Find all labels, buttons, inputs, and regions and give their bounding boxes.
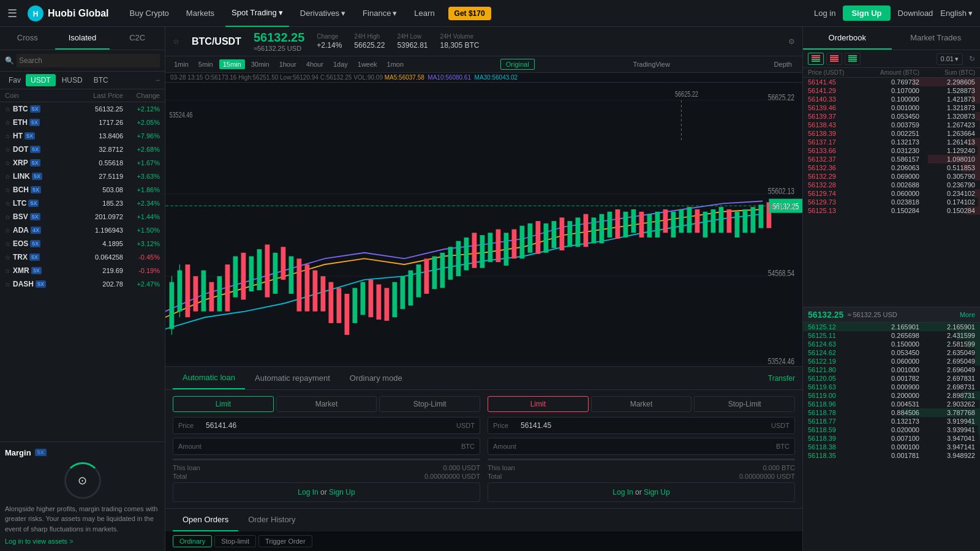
tab-cross[interactable]: Cross [0, 27, 55, 50]
time-1week[interactable]: 1week [354, 59, 381, 69]
currency-usdt[interactable]: USDT [26, 74, 56, 86]
time-1hour[interactable]: 1hour [276, 59, 300, 69]
buy-slider[interactable] [173, 459, 480, 460]
sell-price-input[interactable] [521, 421, 771, 430]
download-button[interactable]: Download [898, 9, 933, 18]
buy-tab-stop-limit[interactable]: Stop-Limit [379, 396, 480, 412]
table-row[interactable]: 56138.43 0.003759 1.267423 [803, 121, 980, 129]
sell-login-link[interactable]: Log In [612, 488, 633, 497]
table-row[interactable]: 56129.73 0.023818 0.174102 [803, 198, 980, 206]
ob-refresh-icon[interactable]: ↻ [969, 54, 975, 63]
sell-tab-market[interactable]: Market [591, 396, 692, 412]
ob-view-both[interactable] [808, 53, 824, 65]
table-row[interactable]: 56118.38 0.000100 3.947141 [803, 443, 980, 451]
table-row[interactable]: 56132.37 0.586157 1.098010 [803, 155, 980, 163]
ob-more-button[interactable]: More [960, 311, 975, 318]
nav-finance[interactable]: Finance ▾ [356, 0, 403, 27]
hamburger-icon[interactable]: ☰ [7, 7, 17, 20]
login-button[interactable]: Log in [814, 9, 835, 18]
tab-isolated[interactable]: Isolated [55, 27, 110, 50]
filter-stop-limit[interactable]: Stop-limit [214, 535, 256, 547]
list-item[interactable]: ☆ HT 5X 13.8406 +7.96% [0, 129, 165, 143]
list-item[interactable]: ☆ ADA 4X 1.196943 +1.50% [0, 223, 165, 237]
list-item[interactable]: ☆ LINK 5X 27.5119 +3.63% [0, 170, 165, 183]
nav-markets[interactable]: Markets [180, 0, 221, 27]
list-item[interactable]: ☆ LTC 5X 185.23 +2.34% [0, 197, 165, 210]
table-row[interactable]: 56132.28 0.002688 0.236790 [803, 181, 980, 189]
chart-type-original[interactable]: Original [500, 59, 535, 70]
table-row[interactable]: 56120.05 0.001782 2.697831 [803, 374, 980, 383]
table-row[interactable]: 56140.33 0.100000 1.421873 [803, 95, 980, 103]
list-item[interactable]: ☆ DASH 5X 202.78 +2.47% [0, 277, 165, 291]
table-row[interactable]: 56118.77 0.132173 3.919941 [803, 417, 980, 425]
table-row[interactable]: 56139.46 0.001000 1.321873 [803, 103, 980, 112]
list-item[interactable]: ☆ BSV 5X 201.0972 +1.44% [0, 210, 165, 223]
list-item[interactable]: ☆ EOS 5X 4.1895 +3.12% [0, 237, 165, 250]
tab-market-trades[interactable]: Market Trades [892, 27, 981, 50]
table-row[interactable]: 56122.19 0.060000 2.695049 [803, 357, 980, 365]
table-row[interactable]: 56137.17 0.132173 1.261413 [803, 138, 980, 146]
time-4hour[interactable]: 4hour [303, 59, 327, 69]
margin-link[interactable]: Log in to view assets > [5, 538, 160, 545]
table-row[interactable]: 56119.00 0.200000 2.898731 [803, 391, 980, 400]
buy-price-input[interactable] [206, 421, 456, 430]
table-row[interactable]: 56141.45 0.769732 2.298605 [803, 78, 980, 86]
chart-type-depth[interactable]: Depth [769, 59, 797, 70]
ob-view-sells[interactable] [826, 53, 842, 65]
settings-icon[interactable]: ⚙ [788, 37, 795, 46]
tab-orderbook[interactable]: Orderbook [803, 27, 892, 50]
table-row[interactable]: 56125.12 2.165901 2.165901 [803, 323, 980, 331]
sell-tab-stop-limit[interactable]: Stop-Limit [694, 396, 795, 412]
logo[interactable]: H Huobi Global [27, 5, 109, 22]
nav-spot-trading[interactable]: Spot Trading ▾ [225, 0, 289, 27]
tab-auto-repayment[interactable]: Automatic repayment [245, 367, 340, 389]
time-30min[interactable]: 30min [247, 59, 273, 69]
table-row[interactable]: 56141.29 0.107000 1.528873 [803, 86, 980, 95]
filter-trigger-order[interactable]: Trigger Order [258, 535, 312, 547]
filter-ordinary[interactable]: Ordinary [173, 535, 212, 547]
sell-slider[interactable] [488, 459, 795, 460]
time-15min[interactable]: 15min [219, 59, 245, 69]
buy-amount-input[interactable] [206, 442, 461, 451]
time-1mon[interactable]: 1mon [383, 59, 408, 69]
get-170-button[interactable]: Get $170 [448, 7, 491, 20]
table-row[interactable]: 56118.59 0.020000 3.939941 [803, 425, 980, 434]
language-button[interactable]: English ▾ [940, 9, 973, 18]
buy-signup-link[interactable]: Sign Up [329, 488, 355, 497]
table-row[interactable]: 56132.36 0.206063 0.511853 [803, 163, 980, 172]
list-item[interactable]: ☆ ETH 5X 1717.26 +2.05% [0, 116, 165, 129]
sell-signup-link[interactable]: Sign Up [644, 488, 670, 497]
currency-husd[interactable]: HUSD [57, 74, 88, 86]
nav-learn[interactable]: Learn [408, 0, 440, 27]
nav-buy-crypto[interactable]: Buy Crypto [124, 0, 175, 27]
table-row[interactable]: 56118.78 0.884506 3.787768 [803, 408, 980, 417]
table-row[interactable]: 56132.29 0.069000 0.305790 [803, 172, 980, 181]
table-row[interactable]: 56118.96 0.004531 2.903262 [803, 400, 980, 408]
table-row[interactable]: 56118.35 0.001781 3.948922 [803, 451, 980, 460]
tab-ordinary-mode[interactable]: Ordinary mode [340, 367, 412, 389]
table-row[interactable]: 56125.13 0.150284 0.150284 [803, 206, 980, 215]
tab-c2c[interactable]: C2C [110, 27, 165, 50]
table-row[interactable]: 56133.66 0.031230 1.129240 [803, 146, 980, 155]
table-row[interactable]: 56124.63 0.150000 2.581599 [803, 340, 980, 348]
buy-tab-limit[interactable]: Limit [173, 396, 274, 412]
table-row[interactable]: 56119.63 0.000900 2.698731 [803, 383, 980, 391]
list-item[interactable]: ☆ DOT 5X 32.8712 +2.68% [0, 143, 165, 156]
ob-view-buys[interactable] [845, 53, 861, 65]
buy-tab-market[interactable]: Market [276, 396, 377, 412]
table-row[interactable]: 56138.39 0.002251 1.263664 [803, 129, 980, 138]
table-row[interactable]: 56121.80 0.001000 2.696049 [803, 365, 980, 374]
time-1min[interactable]: 1min [170, 59, 192, 69]
sell-amount-input[interactable] [521, 442, 776, 451]
list-item[interactable]: ☆ BTC 5X 56132.25 +2.12% [0, 102, 165, 116]
list-item[interactable]: ☆ TRX 5X 0.064258 -0.45% [0, 250, 165, 264]
minus-icon[interactable]: − [156, 76, 160, 84]
chart-type-tradingview[interactable]: TradingView [627, 59, 676, 70]
table-row[interactable]: 56139.37 0.053450 1.320873 [803, 112, 980, 121]
list-item[interactable]: ☆ BCH 5X 503.08 +1.86% [0, 183, 165, 197]
time-5min[interactable]: 5min [195, 59, 217, 69]
nav-derivatives[interactable]: Derivatives ▾ [294, 0, 352, 27]
buy-login-link[interactable]: Log In [298, 488, 318, 497]
search-input[interactable] [17, 54, 160, 67]
table-row[interactable]: 56129.74 0.060000 0.234102 [803, 189, 980, 198]
